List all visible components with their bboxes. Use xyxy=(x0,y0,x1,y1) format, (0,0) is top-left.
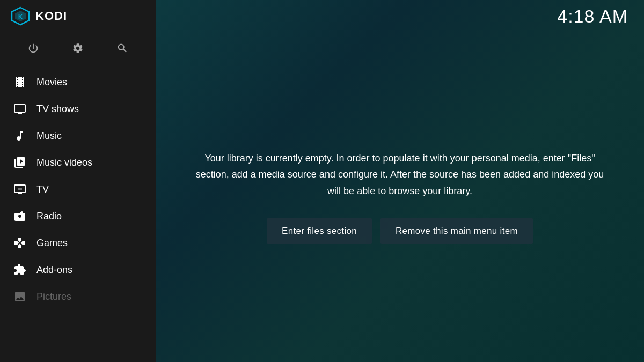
settings-button[interactable] xyxy=(68,39,87,58)
action-buttons: Enter files section Remove this main men… xyxy=(267,218,533,244)
kodi-logo: K KODI xyxy=(11,6,67,26)
games-icon xyxy=(13,236,27,250)
sidebar-item-music-videos[interactable]: Music videos xyxy=(0,149,156,176)
addons-icon xyxy=(13,263,27,277)
sidebar-item-tv[interactable]: TV xyxy=(0,176,156,203)
settings-icon xyxy=(72,42,84,54)
sidebar-item-radio-label: Radio xyxy=(36,211,62,222)
kodi-logo-icon: K xyxy=(11,6,30,26)
sidebar-item-games[interactable]: Games xyxy=(0,230,156,256)
sidebar-item-movies[interactable]: Movies xyxy=(0,69,156,95)
top-bar: 4:18 AM xyxy=(156,0,644,32)
tv-shows-icon xyxy=(13,102,27,116)
power-icon xyxy=(27,42,39,54)
sidebar-item-tv-shows-label: TV shows xyxy=(36,104,79,115)
svg-rect-3 xyxy=(18,188,22,190)
sidebar-item-movies-label: Movies xyxy=(36,77,67,88)
sidebar-item-radio[interactable]: Radio xyxy=(0,203,156,230)
power-button[interactable] xyxy=(24,39,43,58)
kodi-logo-text: KODI xyxy=(35,9,67,23)
enter-files-button[interactable]: Enter files section xyxy=(267,218,372,244)
music-videos-icon xyxy=(13,156,27,169)
search-button[interactable] xyxy=(113,39,132,58)
search-icon xyxy=(116,42,128,54)
sidebar-nav: Movies TV shows Music M xyxy=(0,64,156,362)
center-content: Your library is currently empty. In orde… xyxy=(156,32,644,362)
radio-icon xyxy=(13,209,27,223)
sidebar-item-add-ons[interactable]: Add-ons xyxy=(0,256,156,283)
sidebar-item-pictures-label: Pictures xyxy=(36,291,71,302)
empty-library-message: Your library is currently empty. In orde… xyxy=(188,150,612,200)
sidebar-item-music-videos-label: Music videos xyxy=(36,157,92,168)
sidebar-item-tv-shows[interactable]: TV shows xyxy=(0,95,156,122)
sidebar-item-tv-label: TV xyxy=(36,184,49,195)
main-content: 4:18 AM Your library is currently empty.… xyxy=(156,0,644,362)
movies-icon xyxy=(13,75,27,89)
app-container: K KODI xyxy=(0,0,644,362)
sidebar-item-music-label: Music xyxy=(36,130,62,142)
sidebar-item-add-ons-label: Add-ons xyxy=(36,264,72,276)
sidebar-item-games-label: Games xyxy=(36,238,68,249)
sidebar: K KODI xyxy=(0,0,156,362)
svg-text:K: K xyxy=(18,13,23,20)
music-icon xyxy=(13,129,27,143)
tv-icon xyxy=(13,182,27,196)
clock-display: 4:18 AM xyxy=(557,6,628,27)
sidebar-item-pictures[interactable]: Pictures xyxy=(0,283,156,310)
remove-menu-item-button[interactable]: Remove this main menu item xyxy=(380,218,533,244)
sidebar-header: K KODI xyxy=(0,0,156,32)
sidebar-item-music[interactable]: Music xyxy=(0,122,156,149)
sidebar-controls xyxy=(0,32,156,64)
pictures-icon xyxy=(13,290,27,304)
